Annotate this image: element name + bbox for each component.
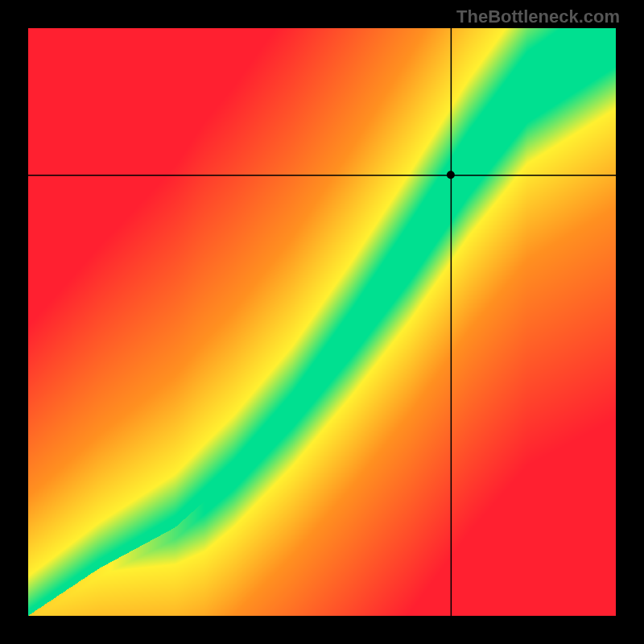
attribution-label: TheBottleneck.com — [456, 6, 620, 27]
bottleneck-heatmap — [28, 28, 616, 616]
